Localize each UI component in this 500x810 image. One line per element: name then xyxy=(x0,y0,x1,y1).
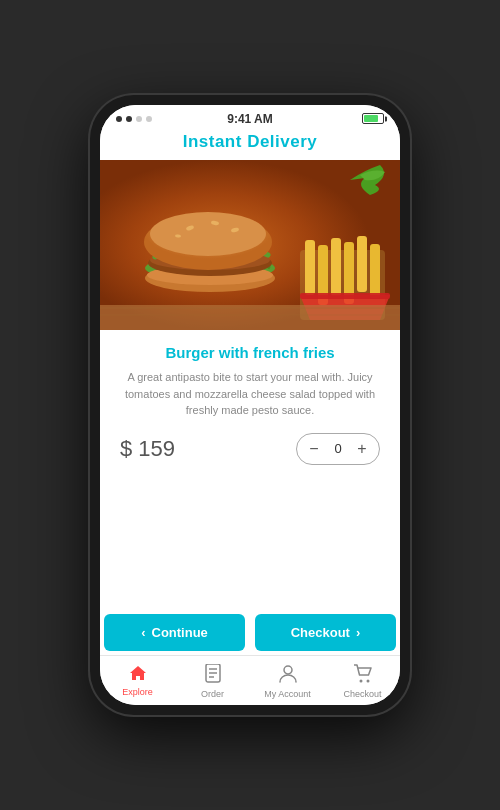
nav-label-order: Order xyxy=(201,689,224,699)
nav-label-checkout: Checkout xyxy=(343,689,381,699)
svg-rect-18 xyxy=(370,244,380,298)
signal-dot-2 xyxy=(126,116,132,122)
app-header: Instant Delivery xyxy=(100,128,400,160)
signal-dot-1 xyxy=(116,116,122,122)
bottom-nav: Explore Order xyxy=(100,655,400,705)
phone-screen: 9:41 AM Instant Delivery xyxy=(100,105,400,705)
burger-illustration xyxy=(100,160,400,330)
nav-item-explore[interactable]: Explore xyxy=(100,656,175,705)
app-title: Instant Delivery xyxy=(183,132,318,151)
battery-icon xyxy=(362,113,384,124)
checkout-label: Checkout xyxy=(291,625,350,640)
cart-icon xyxy=(353,664,373,687)
svg-point-28 xyxy=(359,680,362,683)
nav-item-account[interactable]: My Account xyxy=(250,656,325,705)
svg-point-27 xyxy=(284,666,292,674)
phone-frame: 9:41 AM Instant Delivery xyxy=(90,95,410,715)
status-right xyxy=(362,113,384,124)
food-price: $ 159 xyxy=(120,436,175,462)
nav-label-account: My Account xyxy=(264,689,311,699)
nav-item-order[interactable]: Order xyxy=(175,656,250,705)
nav-label-explore: Explore xyxy=(122,687,153,697)
nav-item-checkout[interactable]: Checkout xyxy=(325,656,400,705)
quantity-value: 0 xyxy=(327,441,349,456)
signal-dot-3 xyxy=(136,116,142,122)
svg-rect-17 xyxy=(357,236,367,292)
status-time: 9:41 AM xyxy=(227,112,273,126)
continue-label: Continue xyxy=(152,625,208,640)
signal-dot-4 xyxy=(146,116,152,122)
price-quantity-row: $ 159 − 0 + xyxy=(120,433,380,465)
home-icon xyxy=(128,664,148,685)
food-description: A great antipasto bite to start your mea… xyxy=(120,369,380,419)
content-area: Burger with french fries A great antipas… xyxy=(100,330,400,614)
order-icon xyxy=(204,664,222,687)
svg-point-7 xyxy=(150,212,266,256)
svg-rect-15 xyxy=(331,238,341,296)
food-name: Burger with french fries xyxy=(120,344,380,361)
increase-quantity-button[interactable]: + xyxy=(349,436,375,462)
decrease-quantity-button[interactable]: − xyxy=(301,436,327,462)
svg-rect-19 xyxy=(300,293,390,299)
chevron-right-icon: › xyxy=(356,625,360,640)
quantity-control: − 0 + xyxy=(296,433,380,465)
continue-button[interactable]: ‹ Continue xyxy=(104,614,245,651)
battery-fill xyxy=(364,115,378,122)
chevron-left-icon: ‹ xyxy=(141,625,145,640)
svg-rect-20 xyxy=(100,305,400,330)
checkout-button[interactable]: Checkout › xyxy=(255,614,396,651)
svg-point-29 xyxy=(366,680,369,683)
svg-rect-13 xyxy=(305,240,315,295)
status-bar: 9:41 AM xyxy=(100,105,400,128)
action-buttons: ‹ Continue Checkout › xyxy=(100,614,400,655)
food-image xyxy=(100,160,400,330)
signal-dots xyxy=(116,116,152,122)
account-icon xyxy=(278,664,298,687)
